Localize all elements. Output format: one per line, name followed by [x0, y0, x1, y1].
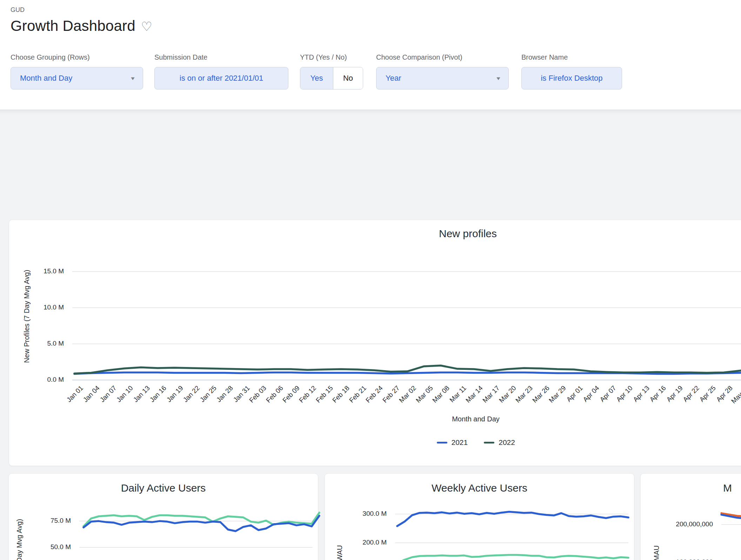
y-tick-label: 200,000,000	[641, 520, 713, 528]
comparison-dropdown[interactable]: Year ▼	[376, 67, 509, 89]
y-tick-label: 0.0 M	[9, 376, 64, 384]
y-tick-label: 50.0 M	[9, 543, 71, 551]
ytd-yes-option[interactable]: Yes	[300, 67, 333, 89]
series-plot	[721, 507, 741, 560]
legend-item-2021[interactable]: 2021	[437, 438, 468, 447]
ytd-no-option[interactable]: No	[333, 67, 363, 89]
legend-swatch	[437, 442, 447, 444]
dashboard-content: New profilesNew Profiles (7 Day Mvg Avg)…	[0, 109, 741, 560]
y-tick-label: 10.0 M	[9, 304, 64, 311]
legend: 20212022	[437, 438, 515, 447]
legend-label: 2022	[499, 438, 515, 447]
series-plot	[395, 507, 628, 560]
y-tick-label: 300.0 M	[325, 510, 387, 518]
breadcrumb: GUD	[11, 6, 25, 14]
grouping-dropdown[interactable]: Month and Day ▼	[11, 67, 143, 89]
filter-label: YTD (Yes / No)	[300, 53, 363, 61]
filter-comparison: Choose Comparison (Pivot) Year ▼	[376, 53, 509, 89]
submission-date-value: is on or after 2021/01/01	[180, 74, 263, 83]
new-profiles-tile: New profilesNew Profiles (7 Day Mvg Avg)…	[9, 220, 741, 466]
favorite-heart-icon[interactable]: ♡	[141, 20, 152, 33]
grouping-value: Month and Day	[20, 74, 72, 83]
filter-grouping: Choose Grouping (Rows) Month and Day ▼	[11, 53, 143, 89]
chevron-down-icon: ▼	[495, 76, 501, 81]
y-tick-label: 15.0 M	[9, 267, 64, 275]
dashboard-header: GUD Growth Dashboard ♡ Choose Grouping (…	[0, 0, 741, 109]
chart-title: Daily Active Users	[9, 482, 318, 494]
chart-title: New profiles	[9, 228, 741, 240]
chevron-down-icon: ▼	[130, 76, 136, 81]
series-line-2021	[397, 555, 628, 560]
daily-active-users-tile: Daily Active UsersDAU (7 Day Mvg Avg)75.…	[8, 473, 318, 560]
x-axis-title: Month and Day	[406, 415, 546, 423]
y-tick-label: 200.0 M	[325, 539, 387, 546]
filter-label: Choose Comparison (Pivot)	[376, 53, 509, 61]
filter-ytd: YTD (Yes / No) Yes No	[300, 53, 363, 89]
filter-submission-date: Submission Date is on or after 2021/01/0…	[154, 53, 288, 89]
y-axis-title: WAU	[336, 494, 344, 560]
legend-swatch	[484, 442, 494, 444]
browser-filter[interactable]: is Firefox Desktop	[521, 67, 622, 89]
y-tick-label: 75.0 M	[9, 517, 71, 525]
chart-title: Weekly Active Users	[325, 482, 634, 494]
filter-label: Browser Name	[521, 53, 622, 61]
chart-title: M	[723, 482, 732, 494]
legend-item-2022[interactable]: 2022	[484, 438, 515, 447]
browser-value: is Firefox Desktop	[541, 74, 602, 83]
comparison-value: Year	[386, 74, 401, 83]
y-tick-label: 5.0 M	[9, 340, 64, 347]
series-line-2022	[397, 512, 628, 526]
legend-label: 2021	[452, 438, 468, 447]
weekly-active-users-tile: Weekly Active UsersWAU300.0 M200.0 M100.…	[325, 473, 634, 560]
mau-tile: MMAU200,000,000100,000,0000Jan 01Jan 12J…	[640, 473, 741, 560]
ytd-toggle: Yes No	[300, 67, 363, 89]
filter-label: Submission Date	[154, 53, 288, 61]
series-plot	[79, 507, 313, 560]
growth-dashboard-screen: GUD Growth Dashboard ♡ Choose Grouping (…	[0, 0, 741, 560]
series-plot	[72, 253, 741, 381]
filter-browser: Browser Name is Firefox Desktop	[521, 53, 622, 89]
filter-label: Choose Grouping (Rows)	[11, 53, 143, 61]
submission-date-filter[interactable]: is on or after 2021/01/01	[154, 67, 288, 89]
y-tick-label: 100,000,000	[641, 558, 713, 560]
page-title: Growth Dashboard	[11, 18, 135, 34]
